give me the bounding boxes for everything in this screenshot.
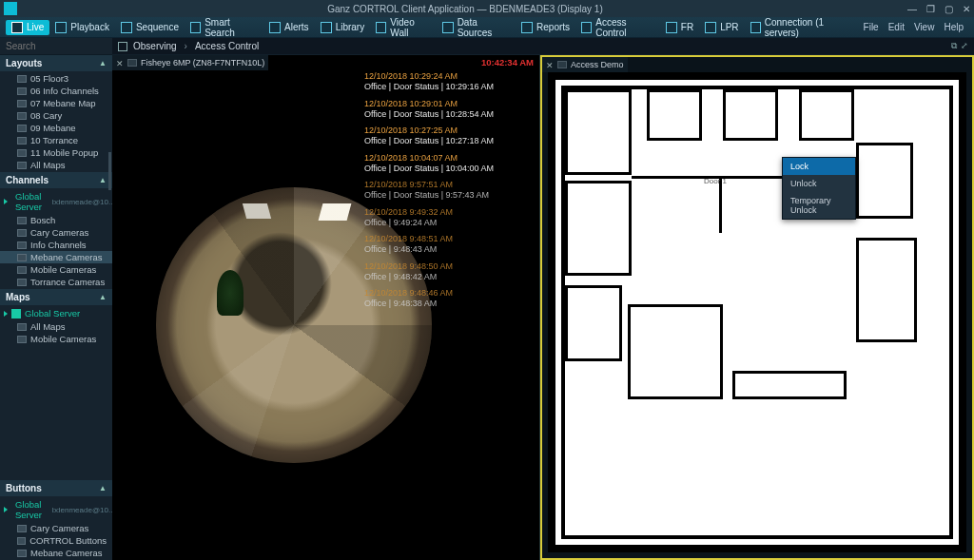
event-entry[interactable]: 12/10/2018 9:48:50 AMOffice | 9:48:42 AM (364, 261, 536, 284)
playback-tab[interactable]: Playback (49, 20, 115, 35)
search-box[interactable]: 🔍 (0, 38, 112, 55)
close-tab-icon[interactable]: ✕ (546, 61, 554, 68)
reports-tab[interactable]: Reports (516, 20, 575, 35)
menu-edit[interactable]: Edit (884, 22, 909, 32)
section-layouts[interactable]: Layouts▲ (0, 55, 112, 71)
tree-item-label: All Maps (30, 160, 65, 170)
library-icon (321, 22, 332, 33)
tree-item[interactable]: 06 Info Channels (0, 85, 112, 97)
tree-item[interactable]: 10 Torrance (0, 134, 112, 146)
tree-item-label: 08 Cary (30, 110, 62, 121)
scrollbar-thumb[interactable] (108, 152, 111, 190)
restore-button[interactable]: ❐ (926, 4, 935, 14)
tree-item[interactable]: Cary Cameras (0, 226, 112, 239)
folder-icon (17, 137, 27, 145)
tree-item-label: 09 Mebane (30, 123, 76, 133)
tree-item[interactable]: 05 Floor3 (0, 72, 112, 85)
tree-item[interactable]: 07 Mebane Map (0, 97, 112, 109)
event-entry[interactable]: 12/10/2018 9:57:51 AMOffice | Door Statu… (364, 179, 536, 203)
folder-icon (17, 323, 27, 331)
maximize-button[interactable]: ▢ (945, 4, 953, 14)
camera-tab[interactable]: ✕ Fisheye 6MP (ZN8-F7NTFN10L) (112, 55, 268, 70)
breadcrumb: Observing Access Control ⧉ ⤢ (112, 38, 974, 55)
tree-item[interactable]: All Maps (0, 320, 112, 333)
map-tab[interactable]: ✕ Access Demo (542, 57, 628, 72)
close-tab-icon[interactable]: ✕ (116, 59, 124, 67)
camera-icon (127, 59, 137, 67)
event-entry[interactable]: 12/10/2018 9:48:51 AMOffice | 9:48:43 AM (364, 233, 536, 257)
server-node[interactable]: Global Server bdenmeade@10... (0, 497, 112, 522)
door-label: Door 1 (704, 177, 727, 185)
bell-icon (269, 22, 281, 33)
event-entry[interactable]: 12/10/2018 10:29:01 AMOffice | Door Stat… (364, 98, 536, 122)
event-time: 12/10/2018 10:27:25 AM (364, 126, 536, 136)
server-node[interactable]: Global Server bdenmeade@10... (0, 189, 112, 214)
event-detail: Office | Door Status | 10:28:54 AM (364, 109, 536, 120)
tree-item-label: Mobile Cameras (30, 264, 96, 275)
connection-status[interactable]: Connection (1 servers) (745, 15, 859, 40)
library-tab[interactable]: Library (315, 20, 371, 35)
tree-item[interactable]: CORTROL Buttons (0, 534, 112, 547)
event-entry[interactable]: 12/10/2018 10:29:24 AMOffice | Door Stat… (364, 70, 536, 94)
expand-icon[interactable]: ⤢ (961, 41, 968, 51)
tree-item-label: Torrance Cameras (30, 277, 105, 287)
tree-item-label: 05 Floor3 (30, 73, 68, 84)
section-maps[interactable]: Maps▲ (0, 289, 112, 305)
live-tab[interactable]: Live (6, 20, 49, 35)
menu-view[interactable]: View (909, 22, 940, 32)
tree-item[interactable]: Mobile Cameras (0, 263, 112, 276)
section-buttons[interactable]: Buttons▲ (0, 480, 112, 496)
popout-icon[interactable]: ⧉ (951, 41, 957, 51)
camera-pane[interactable]: ✕ Fisheye 6MP (ZN8-F7NTFN10L) 10:42:34 A… (112, 55, 540, 560)
event-entry[interactable]: 12/10/2018 10:27:25 AMOffice | Door Stat… (364, 125, 536, 148)
tree-item[interactable]: 08 Cary (0, 109, 112, 122)
folder-icon (17, 537, 26, 545)
window-title: Ganz CORTROL Client Application — BDENME… (23, 4, 907, 14)
camera-tab-label: Fisheye 6MP (ZN8-F7NTFN10L) (141, 58, 264, 68)
map-pane[interactable]: ✕ Access Demo (540, 55, 974, 560)
search-input[interactable] (6, 41, 112, 51)
tree-item-label: CORTROL Buttons (29, 535, 107, 546)
tree-item[interactable]: All Maps (0, 159, 112, 171)
event-time: 12/10/2018 10:04:07 AM (364, 153, 536, 164)
tree-item[interactable]: 11 Mobile Popup (0, 146, 112, 159)
smart-search-tab[interactable]: Smart Search (185, 15, 263, 40)
tree-item[interactable]: Cary Cameras (0, 522, 112, 534)
close-button[interactable]: ✕ (963, 4, 970, 14)
tree-item[interactable]: Bosch (0, 214, 112, 226)
minimize-button[interactable]: — (907, 4, 917, 14)
scene-window (243, 203, 271, 219)
section-channels[interactable]: Channels▲ (0, 172, 112, 188)
event-entry[interactable]: 12/10/2018 9:49:32 AMOffice | 9:49:24 AM (364, 206, 536, 230)
event-detail: Office | Door Status | 10:27:18 AM (364, 136, 536, 146)
tree-item[interactable]: Mebane Cameras (0, 251, 112, 263)
tree-item[interactable]: Mebane Cameras (0, 547, 112, 559)
floor-plan[interactable]: Door 1 (548, 72, 966, 552)
server-node[interactable]: Global Server (0, 306, 112, 320)
context-menu-item[interactable]: Temporary Unlock (783, 192, 855, 219)
tree-item[interactable]: Mobile Cameras (0, 333, 112, 345)
door-context-menu[interactable]: LockUnlockTemporary Unlock (782, 157, 856, 220)
event-detail: Office | Door Status | 10:29:16 AM (364, 82, 536, 92)
video-wall-icon (376, 22, 386, 33)
event-entry[interactable]: 12/10/2018 10:04:07 AMOffice | Door Stat… (364, 152, 536, 176)
fr-tab[interactable]: FR (660, 20, 699, 35)
context-menu-item[interactable]: Lock (783, 158, 855, 175)
sequence-tab[interactable]: Sequence (115, 20, 185, 35)
event-entry[interactable]: 12/10/2018 9:48:46 AMOffice | 9:48:38 AM (364, 287, 536, 311)
event-detail: Office | 9:48:38 AM (364, 299, 536, 309)
crumb-observing[interactable]: Observing (133, 41, 177, 51)
tree-item[interactable]: Info Channels (0, 239, 112, 251)
tree-item[interactable]: 09 Mebane (0, 122, 112, 134)
video-wall-tab[interactable]: Video Wall (370, 15, 437, 40)
context-menu-item[interactable]: Unlock (783, 175, 855, 192)
alerts-tab[interactable]: Alerts (263, 20, 315, 35)
tree-item[interactable]: Torrance Cameras (0, 276, 112, 288)
lpr-tab[interactable]: LPR (699, 20, 744, 35)
data-sources-tab[interactable]: Data Sources (437, 15, 516, 40)
home-icon[interactable] (118, 42, 127, 51)
access-control-tab[interactable]: Access Control (575, 15, 660, 40)
crumb-access-control[interactable]: Access Control (195, 41, 259, 51)
menu-file[interactable]: File (859, 22, 884, 32)
menu-help[interactable]: Help (939, 22, 968, 32)
